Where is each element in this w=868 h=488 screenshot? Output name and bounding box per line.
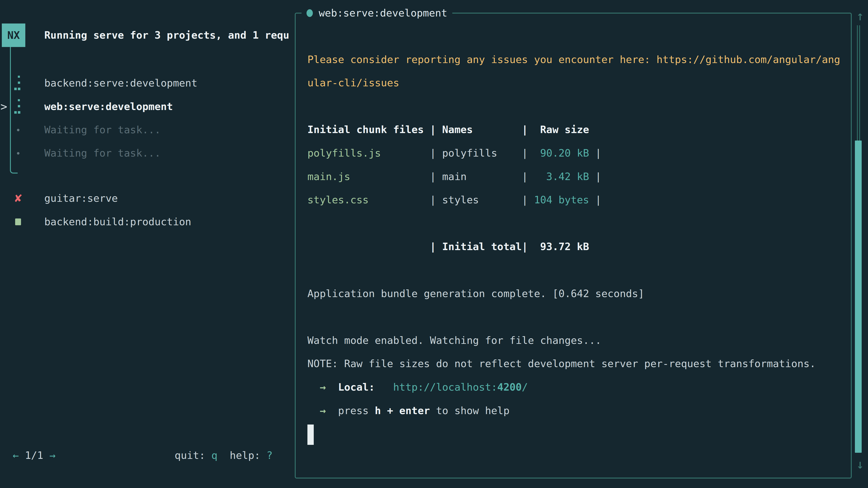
initial-total-row: |Initial total|93.72 kB: [307, 235, 842, 258]
url-slash: /: [522, 381, 528, 393]
blank-line: [307, 24, 842, 48]
press-text: press: [338, 404, 368, 417]
url-host: http://localhost:: [393, 381, 497, 393]
task-label: Waiting for task...: [44, 118, 161, 142]
pagination: ←1/1→: [13, 444, 56, 467]
scrollbar-down-icon[interactable]: ↓: [852, 456, 868, 472]
chunk-table-header: Initial chunk files|Names|Raw size: [307, 118, 842, 141]
task-row-web-serve[interactable]: > web:serve:development: [0, 95, 292, 119]
task-row-waiting-2[interactable]: Waiting for task...: [0, 141, 292, 165]
success-square-icon: [13, 210, 23, 234]
nx-logo-badge: NX: [2, 24, 25, 47]
chunk-size: 90.20 kB: [534, 141, 589, 165]
key-hints: quit:qhelp:?: [175, 444, 273, 467]
header-files: Initial chunk files: [307, 118, 430, 141]
chunk-name: polyfills: [442, 141, 522, 165]
chunk-row-polyfills: polyfills.js|polyfills|90.20 kB|: [307, 141, 842, 165]
bundle-complete-text: Application bundle generation complete. …: [307, 282, 842, 305]
running-bullet-icon: [307, 9, 313, 17]
spinner-icon: [13, 95, 23, 119]
quit-key: q: [211, 449, 217, 461]
header-names: Names: [442, 118, 522, 141]
local-url-line: →Local:http://localhost:4200/: [307, 376, 842, 399]
chunk-size: 3.42 kB: [534, 165, 589, 188]
task-row-guitar-serve[interactable]: ✘ guitar:serve: [0, 187, 292, 210]
task-label: guitar:serve: [44, 187, 118, 210]
next-page-button[interactable]: →: [50, 449, 56, 461]
prev-page-button[interactable]: ←: [13, 449, 19, 461]
issue-notice-line-2: ular-cli/issues: [307, 71, 842, 95]
sidebar-footer: ←1/1→ quit:qhelp:?: [13, 444, 273, 467]
total-size: 93.72 kB: [534, 235, 589, 258]
output-panel: web:serve:development Please consider re…: [295, 13, 852, 479]
chunk-name: main: [442, 165, 522, 188]
arrow-icon: →: [320, 381, 326, 393]
chunk-row-main: main.js|main|3.42 kB|: [307, 165, 842, 188]
local-url-link[interactable]: http://localhost:4200/: [393, 381, 528, 393]
watch-mode-text: Watch mode enabled. Watching for file ch…: [307, 329, 842, 352]
total-label: Initial total: [442, 235, 522, 258]
chunk-name: styles: [442, 188, 522, 212]
failed-x-icon: ✘: [13, 187, 23, 210]
chunk-size: 104 bytes: [534, 188, 589, 212]
task-label: backend:build:production: [44, 210, 191, 234]
panel-title: web:serve:development: [302, 1, 452, 25]
task-row-backend-build[interactable]: backend:build:production: [0, 210, 292, 234]
task-row-waiting-1[interactable]: Waiting for task...: [0, 118, 292, 142]
quit-hint-label: quit:: [175, 449, 205, 461]
scrollbar-up-icon[interactable]: ↑: [852, 8, 868, 24]
task-label: Waiting for task...: [44, 141, 161, 165]
sidebar-title: Running serve for 3 projects, and 1 requ: [44, 24, 293, 47]
blank-line: [307, 305, 842, 329]
note-text: NOTE: Raw file sizes do not reflect deve…: [307, 352, 842, 376]
help-hint-line: →pressh + enterto show help: [307, 399, 842, 422]
local-label: Local:: [338, 381, 375, 393]
nx-tui-screen: NX Running serve for 3 projects, and 1 r…: [0, 0, 868, 488]
scrollbar-track[interactable]: [857, 25, 860, 140]
waiting-dot-icon: [13, 141, 23, 165]
blank-line: [307, 212, 842, 235]
task-row-backend-serve[interactable]: backend:serve:development: [0, 71, 292, 95]
waiting-dot-icon: [13, 118, 23, 142]
cursor-line: [307, 422, 842, 446]
panel-title-text: web:serve:development: [319, 1, 447, 25]
key-combo: h + enter: [375, 404, 430, 417]
blank-line: [307, 95, 842, 118]
chunk-row-styles: styles.css|styles|104 bytes|: [307, 188, 842, 212]
task-label: backend:serve:development: [44, 71, 197, 95]
spinner-icon: [13, 71, 23, 95]
chunk-file: main.js: [307, 165, 430, 188]
url-port: 4200: [497, 381, 522, 393]
show-help-text: to show help: [436, 404, 509, 417]
chunk-file: styles.css: [307, 188, 430, 212]
chunk-file: polyfills.js: [307, 141, 430, 165]
arrow-icon: →: [320, 404, 326, 417]
help-key: ?: [267, 449, 273, 461]
header-raw-size: Raw size: [534, 118, 589, 141]
terminal-cursor: [307, 424, 314, 445]
page-indicator: 1/1: [25, 449, 43, 461]
help-hint-label: help:: [230, 449, 260, 461]
blank-line: [307, 258, 842, 282]
selected-caret-icon: >: [0, 95, 7, 119]
issue-notice-line-1: Please consider reporting any issues you…: [307, 48, 842, 71]
terminal-output: Please consider reporting any issues you…: [307, 24, 842, 446]
scrollbar-thumb[interactable]: [855, 140, 862, 453]
task-label: web:serve:development: [44, 95, 173, 119]
